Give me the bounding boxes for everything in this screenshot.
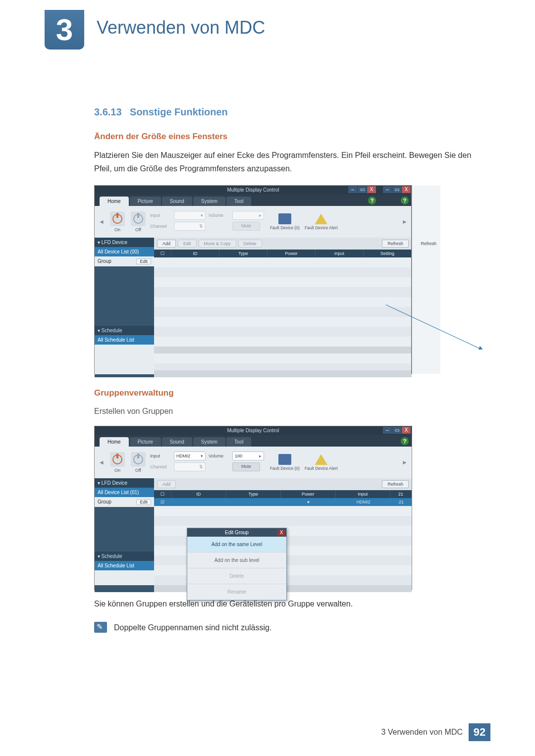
ribbon-tabs: Home Picture Sound System Tool [95, 195, 412, 206]
sidebar-item-schedule[interactable]: ▾ Schedule [95, 326, 154, 335]
table-toolbar: Add Refresh [154, 478, 412, 490]
dialog-option-add-same-level[interactable]: Add on the same Level [187, 537, 286, 553]
input-select[interactable]: HDMI2▾ [174, 452, 206, 460]
close-icon[interactable]: X [277, 529, 285, 536]
tab-picture[interactable]: Picture [130, 437, 161, 447]
dialog-option-add-sub-level[interactable]: Add on the sub level [187, 553, 286, 568]
tab-home[interactable]: Home [100, 197, 129, 206]
sidebar-item-all-schedule-list[interactable]: All Schedule List [95, 335, 154, 345]
channel-stepper[interactable]: ⇅ [174, 222, 206, 231]
fault-device-alert[interactable]: Fault Device Alert [305, 454, 338, 471]
sidebar-item-lfd-device[interactable]: ▾ LFD Device [95, 478, 154, 488]
scrollbar-horizontal[interactable] [154, 347, 412, 353]
sidebar-group-label: Group [98, 258, 111, 264]
dialog-title-text: Edit Group [225, 530, 249, 535]
tab-picture[interactable]: Picture [130, 197, 161, 206]
volume-field[interactable]: 100▸ [232, 452, 264, 460]
dialog-option-delete[interactable]: Delete [187, 568, 286, 584]
delete-button[interactable]: Delete [238, 240, 262, 248]
minimize-icon[interactable]: – [383, 427, 392, 434]
col-id: ID [171, 490, 226, 498]
tab-sound[interactable]: Sound [162, 437, 192, 447]
sidebar-group-label: Group [98, 499, 111, 505]
minimize-icon[interactable]: – [383, 186, 392, 193]
screenshot-resize-window: Multiple Display Control – ▭ X – ▭ X ? ?… [94, 185, 412, 374]
channel-label: Channel [150, 224, 172, 229]
tab-tool[interactable]: Tool [226, 437, 251, 447]
chevron-left-icon[interactable]: ◄ [98, 218, 106, 225]
tab-sound[interactable]: Sound [162, 197, 192, 206]
input-select[interactable]: ▾ [174, 211, 206, 220]
note-icon [94, 622, 107, 633]
col-checkbox[interactable]: ☐ [154, 250, 171, 257]
tab-system[interactable]: System [193, 437, 225, 447]
mute-button[interactable]: Mute [232, 462, 260, 471]
sidebar-item-group: Group Edit [95, 497, 154, 507]
ribbon-tabs: Home Picture Sound System Tool [95, 435, 412, 447]
table-row[interactable]: ☑ ● HDMI2 21 [154, 498, 412, 506]
sidebar: ▾ LFD Device All Device List (00) Group … [95, 238, 154, 377]
col-input: Input [336, 490, 391, 498]
paragraph-resize: Platzieren Sie den Mauszeiger auf einer … [94, 149, 481, 175]
power-on-label: On [114, 227, 120, 232]
sidebar-item-all-schedule-list[interactable]: All Schedule List [95, 561, 154, 570]
fault-device-alert-label: Fault Device Alert [305, 466, 338, 471]
minimize-icon[interactable]: – [348, 186, 357, 193]
volume-label: Volume [209, 213, 230, 218]
power-off-button[interactable]: Off [129, 452, 147, 473]
tab-home[interactable]: Home [100, 437, 129, 447]
fault-device-count[interactable]: Fault Device (0) [270, 454, 300, 471]
refresh-button[interactable]: Refresh [382, 240, 409, 248]
fault-device-alert[interactable]: Fault Device Alert [305, 213, 338, 230]
volume-field[interactable]: ▸ [232, 211, 264, 220]
sidebar-item-all-device-list[interactable]: All Device List (00) [95, 247, 154, 256]
fault-device-count[interactable]: Fault Device (0) [270, 213, 300, 230]
note-row: Doppelte Gruppennamen sind nicht zulässi… [94, 621, 481, 634]
cell-num: 21 [391, 498, 412, 506]
scrollbar-horizontal[interactable] [154, 370, 412, 377]
mute-button[interactable]: Mute [232, 222, 260, 231]
maximize-icon[interactable]: ▭ [358, 186, 367, 193]
add-button[interactable]: Add [157, 480, 176, 488]
chevron-left-icon[interactable]: ◄ [98, 459, 106, 466]
add-button[interactable]: Add [157, 240, 176, 248]
edit-button[interactable]: Edit [178, 240, 197, 248]
sidebar: ▾ LFD Device All Device List (01) Group … [95, 478, 154, 592]
fault-device-count-label: Fault Device (0) [270, 466, 300, 471]
table-toolbar: Add Edit Move & Copy Delete Refresh [154, 238, 412, 250]
power-off-button[interactable]: Off [129, 211, 147, 232]
edit-button[interactable]: Edit [136, 258, 151, 264]
refresh-button[interactable]: Refresh [421, 241, 436, 246]
close-icon[interactable]: X [367, 186, 376, 193]
sidebar-item-lfd-device[interactable]: ▾ LFD Device [95, 238, 154, 247]
dialog-option-rename[interactable]: Rename [187, 584, 286, 600]
power-on-button[interactable]: On [108, 211, 126, 232]
chevron-right-icon[interactable]: ► [401, 218, 409, 225]
screenshot-edit-group: Multiple Display Control – ▭ X ? Home Pi… [94, 426, 412, 590]
resize-ghost-window: Refresh [411, 186, 440, 374]
chapter-title: Verwenden von MDC [97, 17, 265, 38]
refresh-button[interactable]: Refresh [382, 480, 409, 488]
table-header: ☐ ID Type Power Input 21 [154, 490, 412, 498]
maximize-icon[interactable]: ▭ [392, 427, 401, 434]
sidebar-item-schedule[interactable]: ▾ Schedule [95, 552, 154, 561]
sidebar-item-all-device-list[interactable]: All Device List (01) [95, 488, 154, 497]
row-checkbox[interactable]: ☑ [154, 498, 171, 506]
input-label: Input [150, 454, 172, 458]
close-icon[interactable]: X [402, 427, 411, 434]
chevron-right-icon[interactable]: ► [401, 459, 409, 466]
col-input: Input [316, 250, 364, 257]
tab-tool[interactable]: Tool [226, 197, 251, 206]
maximize-icon[interactable]: ▭ [392, 186, 401, 193]
move-copy-button[interactable]: Move & Copy [199, 240, 236, 248]
close-icon[interactable]: X [402, 186, 411, 193]
channel-stepper[interactable]: ⇅ [174, 462, 206, 471]
power-on-button[interactable]: On [108, 452, 126, 473]
note-text: Doppelte Gruppennamen sind nicht zulässi… [114, 621, 271, 634]
col-checkbox[interactable]: ☐ [154, 490, 171, 498]
app-title: Multiple Display Control [227, 428, 279, 433]
edit-button[interactable]: Edit [136, 499, 151, 505]
chevron-right-icon: ▸ [259, 453, 262, 459]
ribbon: ◄ On Off Input HDMI2▾ Channel ⇅ [95, 447, 412, 478]
tab-system[interactable]: System [193, 197, 225, 206]
